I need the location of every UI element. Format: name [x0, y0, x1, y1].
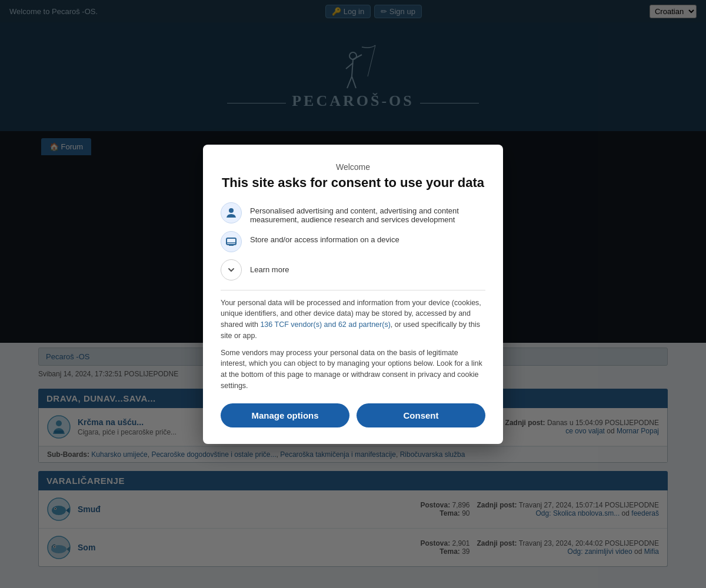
modal-title: This site asks for consent to use your d… — [221, 175, 485, 191]
manage-options-button[interactable]: Manage options — [221, 403, 349, 427]
modal-feature-text-store: Store and/or access information on a dev… — [250, 231, 399, 244]
modal-feature-store: Store and/or access information on a dev… — [221, 231, 485, 252]
person-icon — [225, 207, 237, 219]
svg-point-20 — [229, 208, 234, 213]
vendors-link[interactable]: 136 TCF vendor(s) and 62 ad partner(s) — [260, 320, 390, 329]
device-icon — [225, 236, 237, 248]
modal-welcome-label: Welcome — [221, 162, 485, 172]
svg-rect-21 — [227, 238, 236, 245]
consent-modal: Welcome This site asks for consent to us… — [203, 145, 503, 444]
chevron-down-icon[interactable] — [221, 259, 242, 280]
modal-feature-icon-person — [221, 202, 242, 223]
modal-learn-text[interactable]: Learn more — [250, 265, 289, 274]
modal-divider — [221, 290, 485, 290]
svg-rect-22 — [229, 245, 234, 246]
modal-overlay: Welcome This site asks for consent to us… — [0, 0, 706, 588]
modal-body-text-1: Your personal data will be processed and… — [221, 298, 485, 342]
modal-feature-text-personalised: Personalised advertising and content, ad… — [250, 202, 485, 224]
modal-feature-personalised: Personalised advertising and content, ad… — [221, 202, 485, 224]
modal-feature-icon-device — [221, 231, 242, 252]
modal-actions: Manage options Consent — [221, 403, 485, 427]
consent-button[interactable]: Consent — [357, 403, 485, 427]
chevron-svg — [227, 266, 235, 274]
modal-learn-more-row: Learn more — [221, 259, 485, 280]
modal-body-text-2: Some vendors may process your personal d… — [221, 348, 485, 392]
